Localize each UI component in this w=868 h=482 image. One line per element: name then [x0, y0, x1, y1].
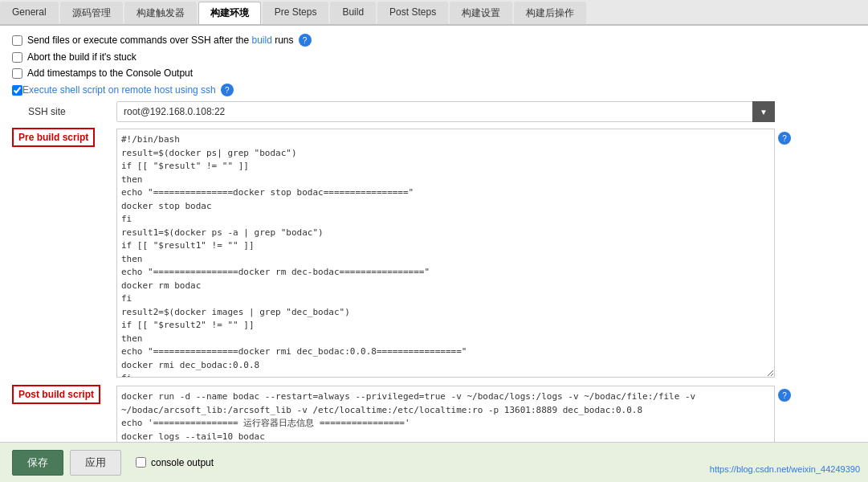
ssh-site-label: SSH site: [12, 106, 116, 117]
help-icon-post-build[interactable]: ?: [778, 389, 791, 402]
bottom-bar: 保存 应用 console output: [0, 442, 868, 482]
checkbox-row-ssh-send: Send files or execute commands over SSH …: [12, 34, 856, 47]
tab-build-trigger[interactable]: 构建触发器: [124, 2, 197, 24]
tab-post-build-ops[interactable]: 构建后操作: [514, 2, 586, 24]
cb-abort[interactable]: [12, 52, 22, 63]
tab-source-mgmt[interactable]: 源码管理: [60, 2, 123, 24]
console-output-label: console output: [151, 457, 214, 468]
cb-ssh-send-label: Send files or execute commands over SSH …: [27, 35, 294, 46]
pre-build-textarea[interactable]: [116, 129, 775, 378]
pre-build-label-col: Pre build script: [12, 129, 116, 143]
post-build-label-col: Post build script: [12, 386, 116, 400]
ssh-site-row: SSH site root@192.168.0.108:22 ▼: [12, 101, 856, 122]
console-row: console output: [136, 457, 214, 468]
checkbox-row-timestamps: Add timestamps to the Console Output: [12, 67, 856, 79]
help-icon-execute[interactable]: ?: [221, 84, 234, 96]
tab-build-settings[interactable]: 构建设置: [450, 2, 512, 24]
cb-abort-label: Abort the build if it's stuck: [27, 51, 137, 63]
help-icon-pre-build[interactable]: ?: [778, 132, 791, 145]
tab-build-env[interactable]: 构建环境: [198, 2, 261, 24]
pre-build-label: Pre build script: [12, 128, 95, 147]
console-output-checkbox[interactable]: [136, 457, 146, 468]
tab-bar: General 源码管理 构建触发器 构建环境 Pre Steps Build …: [0, 0, 868, 26]
ssh-select-wrapper: root@192.168.0.108:22 ▼: [116, 101, 775, 122]
checkbox-row-abort: Abort the build if it's stuck: [12, 51, 856, 63]
tab-build[interactable]: Build: [330, 2, 376, 24]
cb-ssh-send[interactable]: [12, 35, 22, 46]
apply-button[interactable]: 应用: [70, 450, 121, 476]
cb-execute-ssh-label: Execute shell script on remote host usin…: [22, 84, 216, 96]
tab-post-steps[interactable]: Post Steps: [377, 2, 448, 24]
cb-timestamps[interactable]: [12, 68, 22, 79]
tab-pre-steps[interactable]: Pre Steps: [263, 2, 329, 24]
main-content: Send files or execute commands over SSH …: [0, 26, 868, 482]
cb-execute-ssh[interactable]: [12, 85, 22, 96]
save-button[interactable]: 保存: [12, 450, 63, 476]
watermark: https://blog.csdn.net/weixin_44249390: [710, 464, 860, 474]
help-icon-ssh-send[interactable]: ?: [299, 34, 312, 47]
cb-timestamps-label: Add timestamps to the Console Output: [27, 67, 193, 79]
post-build-label: Post build script: [12, 385, 100, 404]
pre-build-section: Pre build script ?: [12, 129, 856, 378]
execute-row: Execute shell script on remote host usin…: [12, 84, 856, 96]
tab-general[interactable]: General: [0, 2, 59, 24]
ssh-site-select[interactable]: root@192.168.0.108:22: [116, 101, 775, 122]
